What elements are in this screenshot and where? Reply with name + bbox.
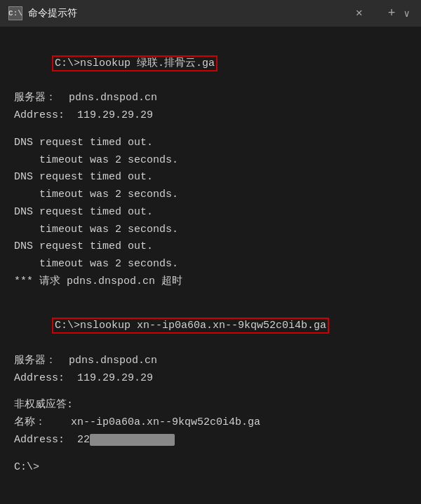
server-label-1: 服务器： pdns.dnspod.cn bbox=[14, 90, 407, 107]
timeout-seconds-2: timeout was 2 seconds. bbox=[14, 186, 407, 204]
resolved-address: Address: 223.xxx.xxx.xxx bbox=[14, 432, 407, 449]
dns-timeout-4: DNS request timed out. bbox=[14, 238, 407, 256]
non-authoritative-label: 非权威应答: bbox=[14, 397, 407, 414]
timeout-seconds-3: timeout was 2 seconds. bbox=[14, 222, 407, 239]
dns-timeout-3: DNS request timed out. bbox=[14, 204, 407, 222]
spacer-1 bbox=[14, 125, 407, 135]
terminal-output: C:\>nslookup 绿联.排骨云.ga 服务器： pdns.dnspod.… bbox=[0, 27, 421, 504]
close-button[interactable]: ✕ bbox=[350, 0, 368, 27]
name-label: 名称： xn--ip0a60a.xn--9kqw52c0i4b.ga bbox=[14, 414, 407, 432]
address-label-1: Address: 119.29.29.29 bbox=[14, 107, 407, 125]
server-label-2: 服务器： pdns.dnspod.cn bbox=[14, 353, 407, 370]
spacer-4 bbox=[14, 449, 407, 459]
spacer-3 bbox=[14, 387, 407, 397]
timeout-seconds-4: timeout was 2 seconds. bbox=[14, 256, 407, 273]
nslookup-command-1: C:\>nslookup 绿联.排骨云.ga bbox=[52, 55, 218, 71]
dns-timeout-2: DNS request timed out. bbox=[14, 169, 407, 186]
dns-timeout-1: DNS request timed out. bbox=[14, 135, 407, 152]
app-icon: C:\ bbox=[8, 6, 22, 20]
error-message: *** 请求 pdns.dnspod.cn 超时 bbox=[14, 273, 407, 291]
window-title: 命令提示符 bbox=[28, 7, 350, 20]
spacer-2 bbox=[14, 291, 407, 301]
address-label-2: Address: 119.29.29.29 bbox=[14, 370, 407, 388]
timeout-seconds-1: timeout was 2 seconds. bbox=[14, 152, 407, 170]
new-tab-button[interactable]: + bbox=[382, 6, 401, 20]
final-prompt: C:\> bbox=[14, 459, 407, 477]
command-line-1: C:\>nslookup 绿联.排骨云.ga bbox=[14, 38, 407, 90]
icon-label: C:\ bbox=[8, 9, 22, 18]
hidden-ip: 3.xxx.xxx.xxx bbox=[90, 434, 175, 446]
command-line-2: C:\>nslookup xn--ip0a60a.xn--9kqw52c0i4b… bbox=[14, 301, 407, 353]
titlebar: C:\ 命令提示符 ✕ + ∨ bbox=[0, 0, 421, 27]
chevron-down-icon[interactable]: ∨ bbox=[401, 8, 413, 20]
terminal-window: C:\ 命令提示符 ✕ + ∨ C:\>nslookup 绿联.排骨云.ga 服… bbox=[0, 0, 421, 504]
nslookup-command-2: C:\>nslookup xn--ip0a60a.xn--9kqw52c0i4b… bbox=[52, 318, 329, 334]
